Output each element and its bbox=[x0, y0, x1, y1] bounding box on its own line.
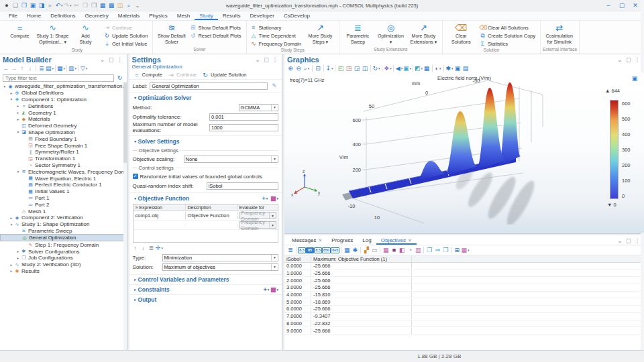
table-row[interactable]: 8.0000-22.832 bbox=[284, 320, 644, 328]
delete-table-icon[interactable]: ▭ bbox=[370, 246, 378, 254]
table-cell[interactable] bbox=[133, 225, 186, 226]
sort-options-icon[interactable]: ▥▾ bbox=[68, 64, 76, 72]
menu-tab-results[interactable]: Results bbox=[218, 12, 246, 20]
table-row[interactable]: Frequency Domain▼ bbox=[133, 221, 278, 230]
float-panel-icon[interactable]: ◻ bbox=[107, 56, 115, 64]
update-solution-button[interactable]: ↻Update Solution bbox=[102, 32, 150, 40]
tree-node[interactable]: ▾◉waveguide_filter_optimization_transfor… bbox=[0, 83, 127, 90]
add-constraint-icon[interactable]: +▾ bbox=[262, 286, 270, 294]
show-options-icon[interactable]: ▦▾ bbox=[57, 64, 65, 72]
table-cell[interactable]: Frequency Domain▼ bbox=[238, 221, 278, 229]
tree-node[interactable]: ▦Initial Values 1 bbox=[0, 188, 127, 195]
table-histogram-icon[interactable]: ◧ bbox=[398, 246, 406, 254]
tree-node[interactable]: ▭Port 1 bbox=[0, 195, 127, 202]
refresh-filter-icon[interactable]: ↻ bbox=[116, 74, 124, 82]
section-optimization-solver[interactable]: ▾ Optimization Solver bbox=[129, 93, 282, 103]
add-objective-icon[interactable]: +▾ bbox=[261, 194, 269, 202]
tree-node[interactable]: ▤Fixed Boundary 1 bbox=[0, 135, 127, 142]
table-surface-plot-icon[interactable]: ■ bbox=[390, 246, 398, 254]
tree-node[interactable]: ▭Port 2 bbox=[0, 201, 127, 208]
tree-scrollbar[interactable] bbox=[123, 82, 127, 350]
auto-notation-icon[interactable]: ≣ bbox=[286, 246, 294, 254]
environment-icon[interactable]: ✱▾ bbox=[445, 64, 453, 72]
new-file-icon[interactable]: ❏ bbox=[11, 1, 19, 9]
load-constraint-icon[interactable]: ▦▾ bbox=[270, 286, 278, 294]
rotate-view-icon[interactable]: ↻▾ bbox=[372, 64, 380, 72]
collapse-panel-icon[interactable]: ⌄ bbox=[254, 56, 262, 64]
table-row[interactable]: 6.0000-25.666 bbox=[284, 306, 644, 313]
tree-node[interactable]: ∿Step 1: Frequency Domain bbox=[0, 241, 127, 248]
tab-log[interactable]: Log bbox=[358, 237, 376, 245]
menu-tab-materials[interactable]: Materials bbox=[113, 12, 144, 20]
row-down-icon[interactable]: ↓ bbox=[140, 244, 148, 252]
paste-icon[interactable]: ❒ bbox=[90, 1, 98, 9]
table-row[interactable]: 1.0000-25.666 bbox=[284, 270, 644, 278]
export-table-icon[interactable]: ⇒ bbox=[433, 246, 441, 254]
stationary-button[interactable]: ≡Stationary bbox=[249, 23, 304, 32]
table-options-icon[interactable]: ▦▾ bbox=[461, 246, 469, 254]
move-up-icon[interactable]: ↑ bbox=[18, 64, 26, 72]
section-solver-settings[interactable]: ▾ Solver Settings bbox=[129, 136, 282, 146]
panel-menu-icon[interactable]: ⋮ bbox=[116, 56, 124, 64]
collapsed-arrow-icon[interactable]: ▸ bbox=[9, 216, 14, 220]
tolerance-input[interactable] bbox=[209, 113, 278, 121]
close-tab-icon[interactable]: ✕ bbox=[408, 238, 412, 243]
close-tab-icon[interactable]: ✕ bbox=[318, 238, 322, 243]
float-panel-icon[interactable]: ◻ bbox=[262, 56, 270, 64]
clear-solutions-button[interactable]: ⌫ClearSolutions bbox=[445, 21, 478, 48]
run-icon[interactable]: ▸ bbox=[46, 1, 54, 9]
close-window-icon[interactable]: ✕ bbox=[629, 1, 641, 9]
cosimulation-simulink-button[interactable]: ⇄Cosimulationfor Simulink bbox=[543, 21, 576, 47]
tree-node[interactable]: ◫Deformed Geometry bbox=[0, 123, 127, 129]
table-graph-icon[interactable]: ▦ bbox=[382, 246, 390, 254]
go-to-default-view-icon[interactable]: ↧▾ bbox=[325, 64, 333, 72]
application-builder-icon[interactable]: ◫ bbox=[116, 1, 124, 9]
float-panel-icon[interactable]: ◻ bbox=[625, 56, 633, 64]
more-study-steps-button[interactable]: ↗More StudySteps ▾ bbox=[304, 21, 337, 48]
compute-button[interactable]: =Compute bbox=[133, 71, 162, 79]
import-table-icon[interactable]: ❒ bbox=[441, 246, 449, 254]
table-cell[interactable]: Objective Function bbox=[186, 212, 238, 219]
tree-node[interactable]: ▸◉Results bbox=[0, 268, 127, 275]
collapsed-arrow-icon[interactable]: ▸ bbox=[15, 117, 21, 121]
type-select[interactable]: Minimization ▼ bbox=[162, 254, 278, 261]
parametric-sweep-button[interactable]: ≣ParametricSweep bbox=[341, 21, 374, 47]
precision-full-icon[interactable]: 850 bbox=[322, 247, 331, 253]
table-bar-icon[interactable]: ▥ bbox=[414, 246, 422, 254]
tree-node[interactable]: ▸◈Component 2: Verification bbox=[0, 215, 127, 221]
tab-messages[interactable]: Messages✕ bbox=[287, 237, 327, 245]
tree-node[interactable]: ▾≋Electromagnetic Waves, Frequency Domai… bbox=[0, 168, 127, 175]
model-tree-nodes-icon[interactable]: ▤▾ bbox=[46, 64, 54, 72]
tree-filter-input[interactable] bbox=[3, 74, 114, 82]
section-objective-function[interactable]: ▾ Objective Function +▾▦▾ bbox=[129, 193, 282, 203]
collapse-panel-icon[interactable]: ⌄ bbox=[616, 237, 624, 245]
tree-node[interactable]: ∥Symmetry/Roller 1 bbox=[0, 149, 127, 156]
show-full-table-icon[interactable]: ⊞ bbox=[453, 246, 461, 254]
menu-tab-file[interactable]: File bbox=[4, 12, 22, 20]
show-hide-objects-icon[interactable]: ◩▾ bbox=[415, 64, 423, 72]
model-library-icon[interactable]: ▩ bbox=[107, 1, 115, 9]
menu-tab-developer[interactable]: Developer bbox=[245, 12, 278, 20]
image-snapshot-icon[interactable]: ▣ bbox=[453, 64, 462, 72]
zoom-box-icon[interactable]: ⌕▾ bbox=[303, 64, 311, 72]
menu-tab-csdevelop[interactable]: CsDevelop bbox=[279, 12, 315, 20]
table-preferences-icon[interactable]: ✱ bbox=[351, 246, 359, 254]
index-shift-input[interactable] bbox=[207, 182, 278, 190]
tree-node[interactable]: ▾∿Study 1: Shape Optimization bbox=[0, 221, 127, 228]
tree-node[interactable]: ▸❒Job Configurations bbox=[0, 255, 127, 261]
tree-node[interactable]: ▸◭Geometry 1 bbox=[0, 109, 127, 116]
reset-default-plots-button[interactable]: ↺Reset Default Plots bbox=[188, 32, 244, 40]
clear-all-solutions-button[interactable]: ⌫Clear All Solutions bbox=[478, 23, 538, 32]
optimization-button[interactable]: ◎Optimization▾ bbox=[374, 21, 407, 47]
tree-node[interactable]: ◎General Optimization bbox=[0, 234, 127, 241]
open-file-icon[interactable]: ❐ bbox=[20, 1, 28, 9]
table-pie-icon[interactable]: ◔ bbox=[406, 246, 414, 254]
tree-node[interactable]: ▦Wave Equation, Electric 1 bbox=[0, 175, 127, 182]
precision-short-icon[interactable]: 8.5 bbox=[298, 247, 306, 253]
table-settings-icon[interactable]: ▦ bbox=[343, 246, 351, 254]
precision-comma-icon[interactable]: 8,5 bbox=[314, 247, 322, 253]
collapsed-arrow-icon[interactable]: ▸ bbox=[9, 91, 14, 95]
view-yz-plane-icon[interactable]: ◳ bbox=[345, 64, 353, 72]
tree-node[interactable]: ▸⊕Global Definitions bbox=[0, 90, 127, 97]
tree-node[interactable]: ◲Free Shape Domain 1 bbox=[0, 142, 127, 149]
